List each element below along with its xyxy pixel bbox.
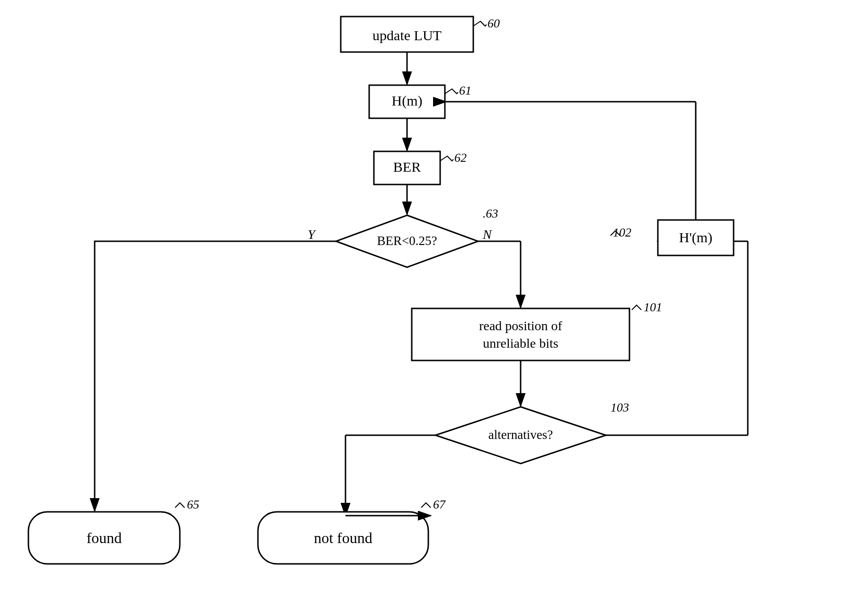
found-label: found bbox=[87, 529, 122, 546]
ref-65: 65 bbox=[187, 498, 199, 511]
read-position-label-2: unreliable bits bbox=[483, 336, 558, 351]
hprime-label: H'(m) bbox=[679, 229, 712, 246]
ref-63: .63 bbox=[483, 207, 498, 220]
alternatives-label: alternatives? bbox=[488, 428, 553, 442]
read-position-box bbox=[412, 308, 629, 360]
ref-61: 61 bbox=[459, 84, 471, 97]
no-label: N bbox=[482, 227, 492, 242]
ber-decision-label: BER<0.25? bbox=[377, 234, 437, 248]
update-lut-label: update LUT bbox=[372, 27, 442, 43]
hm-label: H(m) bbox=[392, 93, 423, 109]
ref-60: 60 bbox=[487, 17, 500, 30]
not-found-label: not found bbox=[314, 529, 372, 546]
ber-label: BER bbox=[393, 159, 421, 175]
ref-102: 102 bbox=[613, 226, 631, 239]
ref-101: 101 bbox=[644, 300, 662, 314]
yes-label: Y bbox=[308, 227, 317, 242]
read-position-label-1: read position of bbox=[479, 318, 562, 333]
diagram-container: update LUT 60 H(m) 61 BER 62 BER<0.25? .… bbox=[0, 0, 868, 597]
ref-103: 103 bbox=[611, 401, 629, 414]
ref-67: 67 bbox=[433, 498, 446, 511]
ref-62: 62 bbox=[454, 151, 467, 165]
